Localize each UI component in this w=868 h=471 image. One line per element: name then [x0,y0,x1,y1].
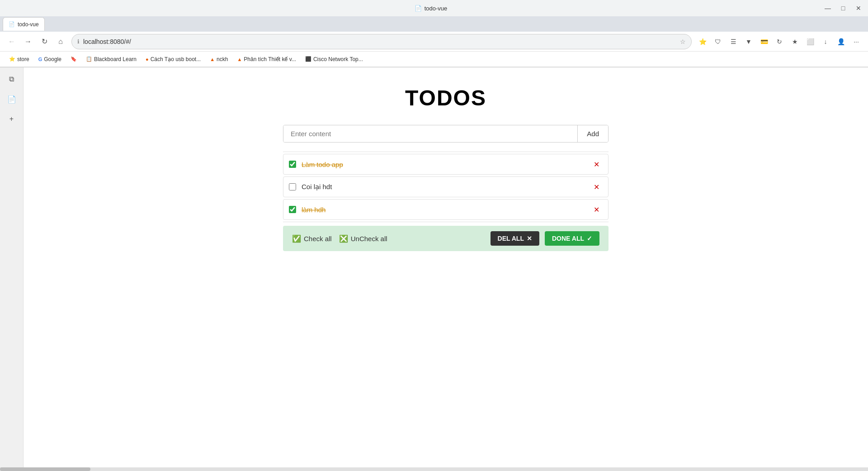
sidebar-page-button[interactable]: 📄 [4,91,20,107]
tab-page-icon: 📄 [9,21,15,27]
bookmarks-bar: ⭐ store G Google 🔖 📋 Blackboard Learn ● … [0,52,868,67]
bookmark-store-label: store [17,56,29,62]
todo-item: Coi lại hdt ✕ [283,176,609,197]
del-all-label: DEL ALL [498,235,524,242]
bookmark-cach-tao[interactable]: ● Cách Tạo usb boot... [142,55,204,63]
actions-bar: ✅ Check all ❎ UnCheck all DEL ALL ✕ DONE… [283,226,609,251]
todo-item: Làm todo app ✕ [283,154,609,175]
tab-title: 📄 todo-vue [415,5,448,12]
input-row: Add [283,125,609,143]
vpn-button[interactable]: ▼ [741,34,756,49]
todo-text-2: Coi lại hdt [302,183,585,191]
done-all-icon: ✓ [587,235,592,242]
content-input[interactable] [283,125,577,142]
todo-item: làm hdh ✕ [283,199,609,220]
todo-delete-button-1[interactable]: ✕ [590,158,603,171]
todo-list: Làm todo app ✕ Coi lại hdt ✕ làm hdh ✕ [283,154,609,220]
horizontal-scrollbar[interactable] [0,467,868,471]
wallet-button[interactable]: 💳 [757,34,771,49]
nav-bar: ← → ↻ ⌂ ℹ localhost:8080/#/ ☆ ⭐ 🛡 ☰ ▼ 💳 … [0,32,868,52]
todo-checkbox-3[interactable] [289,206,296,213]
done-all-label: DONE ALL [552,235,584,242]
tab-bar: 📄 todo-vue [0,16,868,32]
phan-tich-icon: ▲ [237,57,242,62]
collections-button[interactable]: ⬜ [803,34,817,49]
refresh-button[interactable]: ↻ [37,34,52,49]
nckh-icon: ▲ [210,57,215,62]
active-tab[interactable]: 📄 todo-vue [3,17,45,31]
menu-button[interactable]: ··· [849,34,863,49]
nav-icons-right: ⭐ 🛡 ☰ ▼ 💳 ↻ ★ ⬜ ↓ 👤 ··· [695,34,863,49]
check-all-label: Check all [304,235,332,243]
window-controls: — □ ✕ [822,2,864,14]
uncheck-all-button[interactable]: ❎ UnCheck all [339,234,387,243]
star-icon: ☆ [680,38,686,45]
bookmark-phan-tich[interactable]: ▲ Phân tích Thiết kế v... [233,55,300,63]
page-content: TODOS Add Làm todo app ✕ Coi lại hdt [24,67,868,471]
blackboard-icon: 📋 [86,56,92,62]
cisco-icon: ⬛ [305,56,311,62]
top-divider [283,152,609,152]
bookmark-generic[interactable]: 🔖 [67,55,80,63]
document-icon: 📄 [415,5,422,12]
todo-checkbox-2[interactable] [289,183,296,190]
tab-label: todo-vue [18,21,39,28]
maximize-button[interactable]: □ [837,2,849,14]
del-all-button[interactable]: DEL ALL ✕ [491,231,539,246]
favorites-button[interactable]: ★ [788,34,802,49]
shield-button[interactable]: 🛡 [711,34,725,49]
cach-tao-icon: ● [146,57,149,62]
downloads-button[interactable]: ↓ [818,34,833,49]
minimize-button[interactable]: — [822,2,834,14]
todo-container: Add Làm todo app ✕ Coi lại hdt ✕ [283,125,609,251]
todo-text-1: Làm todo app [302,161,585,168]
uncheck-all-label: UnCheck all [351,235,387,243]
sidebar: ⧉ 📄 + [0,67,24,471]
check-all-icon: ✅ [292,234,301,243]
bottom-divider [283,222,609,222]
bookmark-cisco[interactable]: ⬛ Cisco Network Top... [302,55,367,63]
todo-text-3: làm hdh [302,206,585,214]
address-bar[interactable]: ℹ localhost:8080/#/ ☆ [71,34,692,49]
bookmark-icon: 🔖 [71,56,77,62]
lock-icon: ℹ [77,38,80,45]
bookmark-google-label: Google [44,56,61,62]
extensions-button[interactable]: ⭐ [695,34,710,49]
actions-right: DEL ALL ✕ DONE ALL ✓ [491,231,599,246]
done-all-button[interactable]: DONE ALL ✓ [545,231,599,246]
todo-delete-button-2[interactable]: ✕ [590,181,603,193]
todo-delete-button-3[interactable]: ✕ [590,203,603,216]
google-icon: G [38,57,42,62]
uncheck-all-icon: ❎ [339,234,348,243]
close-button[interactable]: ✕ [853,2,864,14]
tab-manager-button[interactable]: ☰ [726,34,741,49]
bookmark-google[interactable]: G Google [35,55,65,63]
bookmark-phan-tich-label: Phân tích Thiết kế v... [244,56,296,62]
bookmark-store[interactable]: ⭐ store [5,55,33,63]
profile-button[interactable]: 👤 [834,34,848,49]
title-bar: 📄 todo-vue — □ ✕ [0,0,868,16]
forward-button[interactable]: → [21,34,35,49]
url-text: localhost:8080/#/ [83,38,676,45]
todo-checkbox-1[interactable] [289,161,296,168]
main-layout: ⧉ 📄 + TODOS Add Làm todo app ✕ [0,67,868,471]
home-button[interactable]: ⌂ [53,34,68,49]
page-title: TODOS [405,86,486,110]
bookmark-cach-tao-label: Cách Tạo usb boot... [151,56,201,62]
bookmark-blackboard-label: Blackboard Learn [94,56,137,62]
back-button[interactable]: ← [5,34,19,49]
bookmark-cisco-label: Cisco Network Top... [313,56,363,62]
bookmark-nckh-label: nckh [217,56,228,62]
del-all-icon: ✕ [527,235,532,242]
sync-button[interactable]: ↻ [772,34,787,49]
sidebar-copy-button[interactable]: ⧉ [4,71,20,87]
check-all-button[interactable]: ✅ Check all [292,234,332,243]
store-icon: ⭐ [9,56,15,62]
bookmark-nckh[interactable]: ▲ nckh [206,55,231,63]
bookmark-blackboard[interactable]: 📋 Blackboard Learn [82,55,140,63]
add-button[interactable]: Add [577,125,608,142]
sidebar-add-button[interactable]: + [4,111,20,127]
scrollbar-thumb[interactable] [0,467,90,471]
